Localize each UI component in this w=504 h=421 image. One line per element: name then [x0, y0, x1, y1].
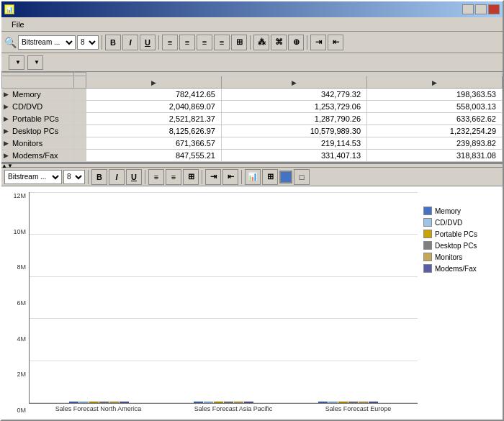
size-select[interactable]: 8	[77, 35, 99, 50]
data-cell: 8,125,626.97	[86, 125, 222, 137]
bar	[214, 402, 223, 403]
chart-body: Sales Forecast North AmericaSales Foreca…	[29, 192, 418, 414]
y-axis-label: 0M	[17, 407, 26, 414]
menu-bar: File	[1, 17, 503, 32]
chart-align-btn2[interactable]: ≡	[166, 169, 181, 185]
time-dropdown[interactable]: ▼	[9, 55, 24, 70]
title-bar: 📊	[1, 1, 503, 17]
table-row: ▶Portable PCs2,521,821.371,287,790.26633…	[2, 113, 503, 125]
row-expand-icon[interactable]: ▶	[4, 91, 9, 98]
align-justify-button[interactable]: ≡	[214, 35, 230, 50]
legend-item: Memory	[423, 207, 494, 215]
toolbar: 🔍 Bitstream ... 8 B I U ≡ ≡ ≡ ≡ ⊞ ⁂ ⌘ ⊕ …	[1, 32, 503, 53]
data-cell: 2,521,821.37	[86, 113, 222, 125]
y-axis-label: 2M	[17, 371, 26, 378]
expand-col	[74, 76, 86, 89]
bar	[204, 402, 213, 403]
align-center-button[interactable]: ≡	[179, 35, 195, 50]
data-cell: 198,363.53	[367, 89, 503, 101]
align-left-button[interactable]: ≡	[162, 35, 178, 50]
row-expand-icon[interactable]: ▶	[4, 115, 9, 122]
chart-sep-3	[202, 170, 202, 184]
legend-label: CD/DVD	[435, 219, 462, 227]
bar-group	[194, 402, 253, 403]
table-row: ▶Monitors671,366.57219,114.53239,893.82	[2, 137, 503, 150]
chart-indent-btn[interactable]: ⊞	[183, 169, 199, 185]
chart-italic-btn[interactable]: I	[109, 169, 125, 185]
bar	[328, 402, 338, 403]
y-axis-label: 12M	[13, 192, 26, 199]
chart-export-btn[interactable]: ⇥	[205, 169, 221, 185]
x-axis-label: Sales Forecast North America	[55, 405, 142, 412]
col-north-america: ▶	[86, 76, 222, 89]
table-row: ▶CD/DVD2,040,869.071,253,729.06558,003.1…	[2, 101, 503, 113]
table-section: ▶ ▶ ▶ ▶Memory782,412.6534	[1, 72, 503, 163]
bold-button[interactable]: B	[105, 35, 121, 50]
export-btn[interactable]: ⇥	[310, 35, 326, 50]
legend-color-swatch	[423, 264, 432, 273]
chart-sep-4	[241, 170, 242, 184]
chart-toolbar: Bitstream ... 8 B I U ≡ ≡ ⊞ ⇥ ⇤ 📊 ⊞	[1, 168, 503, 186]
channel-dropdown[interactable]: ▼	[27, 55, 43, 70]
table-row: ▶Desktop PCs8,125,626.9710,579,989.301,2…	[2, 125, 503, 137]
data-cell: 847,555.21	[86, 150, 222, 162]
row-label: ▶Portable PCs	[2, 113, 74, 125]
row-label: ▶Desktop PCs	[2, 125, 74, 137]
bar	[89, 402, 99, 403]
file-menu[interactable]: File	[6, 19, 30, 30]
chart-import-btn[interactable]: ⇤	[222, 169, 238, 185]
row-expand-icon[interactable]: ▶	[4, 103, 9, 110]
data-cell: 342,779.32	[221, 89, 366, 101]
bar	[348, 402, 358, 403]
minimize-button[interactable]	[462, 4, 474, 14]
misc-btn-1[interactable]: ⁂	[253, 35, 269, 50]
row-expand-icon[interactable]: ▶	[4, 152, 9, 159]
misc-btn-2[interactable]: ⌘	[271, 35, 287, 50]
data-cell: 318,831.08	[367, 150, 503, 162]
chart-border-btn[interactable]: □	[294, 169, 310, 185]
bar	[194, 402, 203, 403]
y-axis-label: 8M	[17, 263, 26, 271]
italic-button[interactable]: I	[122, 35, 138, 50]
bar	[234, 402, 243, 403]
align-right-button[interactable]: ≡	[197, 35, 212, 50]
legend-color-swatch	[423, 218, 432, 227]
row-expand-icon[interactable]: ▶	[4, 127, 9, 135]
misc-btn-3[interactable]: ⊕	[288, 35, 304, 50]
font-select[interactable]: Bitstream ...	[18, 35, 76, 50]
chart-font-select[interactable]: Bitstream ...	[4, 170, 62, 184]
chart-type-grid[interactable]: ⊞	[262, 169, 278, 185]
indent-button[interactable]: ⊞	[231, 35, 247, 50]
chart-color-btn[interactable]	[279, 171, 292, 184]
chart-type-bar[interactable]: 📊	[245, 169, 261, 185]
row-expand-cell	[74, 89, 86, 101]
underline-button[interactable]: U	[140, 35, 156, 50]
separator-2	[158, 35, 159, 50]
chart-underline-btn[interactable]: U	[126, 169, 142, 185]
chart-size-select[interactable]: 8	[63, 170, 85, 184]
time-dropdown-arrow: ▼	[15, 59, 21, 65]
legend-label: Monitors	[435, 253, 462, 261]
x-axis-label: Sales Forecast Asia Pacific	[194, 405, 273, 412]
chart-area: 12M10M8M6M4M2M0M Sales Forecast North Am…	[1, 186, 503, 420]
channel-dropdown-arrow: ▼	[34, 59, 40, 65]
bar	[99, 402, 109, 403]
chart-align-btn[interactable]: ≡	[148, 169, 164, 185]
bars-area	[29, 192, 418, 404]
row-label: ▶Modems/Fax	[2, 150, 74, 162]
bar-groups	[30, 192, 418, 403]
import-btn[interactable]: ⇤	[328, 35, 343, 50]
legend-color-swatch	[423, 230, 432, 238]
legend-item: Desktop PCs	[423, 241, 494, 250]
separator-1	[102, 35, 102, 50]
data-cell: 633,662.62	[367, 113, 503, 125]
maximize-button[interactable]	[475, 4, 487, 14]
chart-bold-btn[interactable]: B	[91, 169, 107, 185]
row-expand-icon[interactable]: ▶	[4, 140, 9, 147]
data-cell: 2,040,869.07	[86, 101, 222, 113]
legend-color-swatch	[423, 207, 432, 215]
legend-item: Monitors	[423, 253, 494, 261]
data-cell: 331,407.13	[221, 150, 366, 162]
bar	[244, 402, 253, 403]
close-button[interactable]	[488, 4, 500, 14]
